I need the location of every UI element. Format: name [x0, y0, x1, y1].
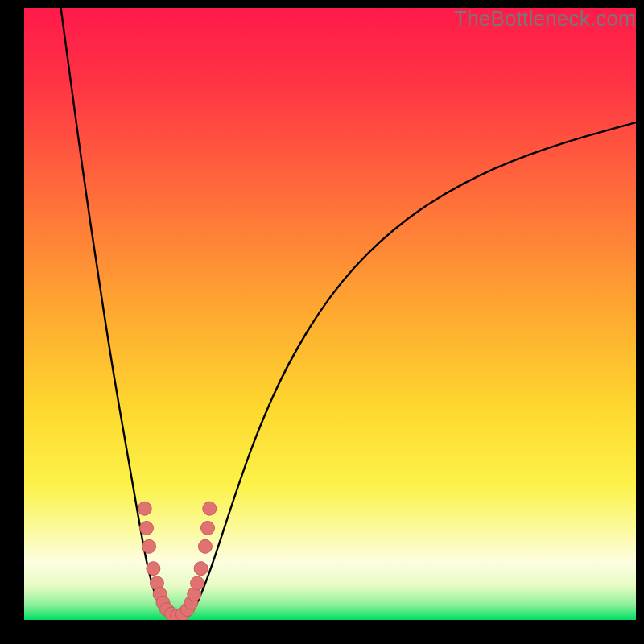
- data-marker: [138, 502, 151, 515]
- data-marker: [198, 539, 212, 553]
- curve-layer: [24, 8, 636, 620]
- data-marker: [203, 502, 217, 515]
- data-marker: [140, 522, 154, 535]
- data-marker: [191, 576, 204, 590]
- marker-group: [138, 502, 217, 620]
- watermark-label: TheBottleneck.com: [454, 6, 636, 31]
- data-marker: [142, 539, 156, 553]
- plot-area: [24, 8, 636, 620]
- data-marker: [201, 522, 215, 535]
- data-marker: [194, 562, 208, 576]
- data-marker: [147, 562, 160, 576]
